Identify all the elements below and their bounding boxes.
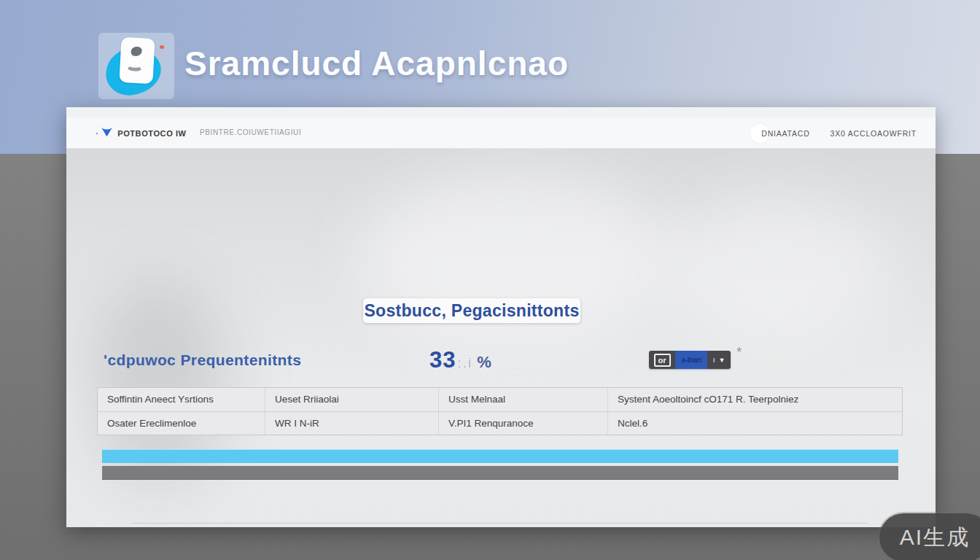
screen: Sramclucd Acapnlcnao ▪ POTBOTOCO IW PBIN… [0, 0, 980, 560]
brand-tick: ▪ [96, 130, 98, 137]
ai-generated-watermark: AI生成 [879, 513, 980, 560]
table-cell: Soffintin Aneect Ysrtions [98, 388, 265, 411]
selector-segment-left[interactable]: or [649, 351, 675, 369]
selector-dropdown-button[interactable]: ı ▼ [707, 351, 731, 369]
table-cell: V.PI1 Renquranoce [439, 412, 608, 435]
nav-link-1[interactable]: DNIAATACD [761, 129, 809, 138]
selector-left-label: or [654, 354, 671, 367]
table-row: Soffintin Aneect Ysrtions Ueset Rriiaola… [98, 388, 902, 411]
table-cell: Nclel.6 [608, 412, 902, 435]
table-cell: Ueset Rriiaolai [265, 388, 439, 411]
backdrop-blob [658, 192, 892, 346]
segmented-dropdown-control[interactable]: or a-toan ı ▼ [649, 351, 731, 369]
card-body: Sostbucc, Pegacisnittonts 'cdpuwoc Prequ… [66, 149, 936, 527]
navbar-tagline: PBINTRE.COIUWETIIAGIUI [200, 128, 301, 136]
metric-value-group: 33 :.i % [429, 347, 491, 373]
selector-segment-middle[interactable]: a-toan [675, 351, 707, 369]
selector-bar-glyph: ı [713, 356, 715, 364]
logo-dot-shape [131, 47, 142, 57]
section-heading-pill: Sostbucc, Pegacisnittonts [363, 298, 580, 323]
watermark-label: AI生成 [900, 523, 970, 553]
progress-bar-gray [102, 466, 898, 480]
logo-smile-shape [125, 59, 144, 71]
table-cell: Usst Melnaal [439, 388, 608, 411]
card-top-strip [66, 107, 936, 117]
navbar: ▪ POTBOTOCO IW PBINTRE.COIUWETIIAGIUI DN… [66, 117, 936, 149]
metric-value: 33 [429, 347, 456, 373]
table-row: Osater Ereclimenloe WR I N-iR V.PI1 Renq… [98, 411, 902, 435]
metric-unit: % [477, 353, 491, 372]
brand-label: POTBOTOCO IW [117, 129, 186, 138]
info-table: Soffintin Aneect Ysrtions Ueset Rriiaola… [97, 387, 903, 435]
nav-links: DNIAATACD 3X0 ACCLOAOWFRIT [761, 117, 917, 149]
brand-shield-icon [101, 126, 113, 140]
metric-value-faded: :.i [457, 355, 472, 371]
main-window: ▪ POTBOTOCO IW PBINTRE.COIUWETIIAGIUI DN… [66, 107, 936, 527]
logo-card-shape [119, 37, 155, 84]
selector-decoration-glyph: * [736, 344, 742, 360]
footer-divider [131, 523, 868, 524]
chevron-down-icon: ▼ [718, 357, 725, 364]
table-cell: Osater Ereclimenloe [98, 412, 265, 435]
app-title: Sramclucd Acapnlcnao [184, 44, 569, 83]
section-heading: Sostbucc, Pegacisnittonts [364, 301, 579, 321]
progress-bar-blue [102, 449, 898, 463]
navbar-brand[interactable]: ▪ POTBOTOCO IW [96, 117, 187, 149]
logo-spark-dot [160, 45, 164, 49]
table-cell: Systent Aoeoltoincf cO171 R. Teerpolniez [608, 388, 902, 411]
nav-link-2[interactable]: 3X0 ACCLOAOWFRIT [831, 129, 917, 138]
table-cell: WR I N-iR [265, 412, 439, 435]
metric-label: 'cdpuwoc Prequentenitnts [104, 351, 301, 369]
app-logo-icon [98, 33, 174, 99]
